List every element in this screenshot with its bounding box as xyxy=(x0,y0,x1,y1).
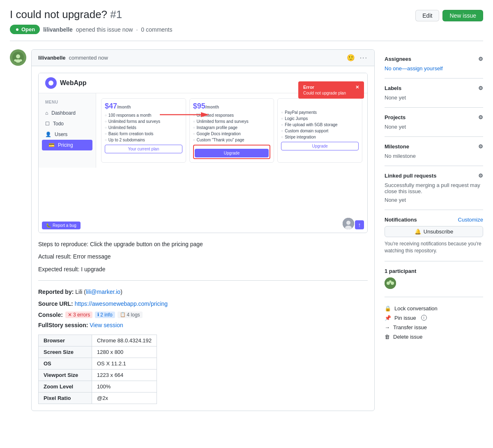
report-bug-btn[interactable]: 🐛 Report a bug xyxy=(42,222,81,229)
header-divider xyxy=(10,41,483,41)
webapp-menu-dashboard: ⌂ Dashboard xyxy=(39,108,96,118)
error-title-text: Error xyxy=(303,85,314,90)
labels-label: Labels xyxy=(385,85,401,91)
plan-3-spacer xyxy=(281,102,359,110)
linked-pr-header: Linked pull requests ⚙ xyxy=(385,173,483,179)
scroll-indicator[interactable]: ↑ xyxy=(355,220,364,229)
table-cell-label: Browser xyxy=(39,335,92,346)
transfer-issue[interactable]: → Transfer issue xyxy=(385,323,483,332)
svg-point-12 xyxy=(385,277,396,289)
plan-1-f3: Unlimited fields xyxy=(105,125,182,130)
fullstory-label: FullStory session: xyxy=(38,322,88,328)
commenter-name: lilivanbelle xyxy=(38,55,65,61)
users-icon: 👤 xyxy=(45,132,51,137)
table-cell-value: Chrome 88.0.4324.192 xyxy=(92,335,157,346)
sidebar: Assignees ⚙ No one—assign yourself Label… xyxy=(385,49,483,418)
table-cell-value: OS X 11.2.1 xyxy=(92,358,157,369)
pin-icon: 📌 xyxy=(385,315,391,321)
plan-2-upgrade-highlight: Upgrade xyxy=(193,145,271,159)
reported-label: Reported by: xyxy=(38,289,74,295)
participant-avatar-img xyxy=(385,277,396,289)
lock-label: Lock conversation xyxy=(394,305,438,312)
comment-container: lilivanbelle commented now 🙂 ··· xyxy=(31,49,375,411)
body-divider xyxy=(38,280,368,281)
x-icon: ✕ xyxy=(68,312,72,318)
labels-header: Labels ⚙ xyxy=(385,85,483,91)
plan-2-f5: Custom "Thank you" page xyxy=(193,138,271,142)
comment-header: lilivanbelle commented now 🙂 ··· xyxy=(32,50,374,66)
expected-text: Expected result: I upgrade xyxy=(38,265,368,274)
lock-conversation[interactable]: 🔒 Lock conversation xyxy=(385,304,483,313)
pricing-label: Pricing xyxy=(58,142,73,148)
users-label: Users xyxy=(55,132,67,137)
table-row: BrowserChrome 88.0.4324.192 xyxy=(39,335,157,346)
log-badge-text: 4 logs xyxy=(127,312,140,318)
table-cell-label: OS xyxy=(39,358,92,369)
milestone-value: No milestone xyxy=(385,153,483,159)
more-icon[interactable]: ··· xyxy=(360,54,368,62)
new-issue-button[interactable]: New issue xyxy=(442,10,483,21)
projects-gear[interactable]: ⚙ xyxy=(478,114,483,120)
linked-pr-section: Linked pull requests ⚙ Successfully merg… xyxy=(385,166,483,210)
projects-label: Projects xyxy=(385,114,405,120)
plan-2: $95/month Unlimited responses Unlimited … xyxy=(189,98,274,163)
view-session-link[interactable]: View session xyxy=(90,322,123,328)
linked-pr-gear[interactable]: ⚙ xyxy=(478,173,483,179)
customize-link[interactable]: Customize xyxy=(458,217,483,223)
participants-label: 1 participant xyxy=(385,268,483,274)
source-label: Source URL: xyxy=(38,300,73,307)
milestone-label: Milestone xyxy=(385,143,409,150)
projects-section: Projects ⚙ None yet xyxy=(385,108,483,137)
status-badge: Open xyxy=(10,25,40,34)
comment-time: commented now xyxy=(69,55,108,61)
issue-number: #1 xyxy=(110,8,122,21)
plan-2-f4: Google Docs integration xyxy=(193,132,271,136)
main-layout: lilivanbelle commented now 🙂 ··· xyxy=(10,49,483,418)
table-row: Screen Size1280 x 800 xyxy=(39,346,157,358)
error-modal-title: Error ✕ xyxy=(303,85,359,90)
plan-1: $47/month 100 responses a month Unlimite… xyxy=(101,98,186,163)
plan-3-f5: Stripe integration xyxy=(281,135,359,139)
pin-issue[interactable]: 📌 Pin issue i xyxy=(385,313,483,323)
error-modal: Error ✕ Could not upgrade plan xyxy=(298,81,364,99)
unsubscribe-button[interactable]: 🔔 Unsubscribe xyxy=(385,226,483,237)
assignees-value: No one—assign yourself xyxy=(385,65,483,72)
delete-issue[interactable]: 🗑 Delete issue xyxy=(385,332,483,342)
table-row: Viewport Size1223 x 664 xyxy=(39,369,157,381)
assignees-section: Assignees ⚙ No one—assign yourself xyxy=(385,49,483,79)
plan-3-upgrade-btn[interactable]: Upgrade xyxy=(281,142,359,150)
reported-email-link[interactable]: lili@marker.io xyxy=(86,289,120,295)
errors-badge-text: 3 errors xyxy=(73,312,90,318)
modal-close[interactable]: ✕ xyxy=(355,85,359,90)
assignees-gear[interactable]: ⚙ xyxy=(478,56,483,62)
issue-title: I could not upgrade? #1 xyxy=(10,8,122,21)
edit-button[interactable]: Edit xyxy=(415,10,439,21)
table-cell-value: @2x xyxy=(92,393,157,404)
labels-section: Labels ⚙ None yet xyxy=(385,79,483,108)
source-url-link[interactable]: https://awesomewebapp.com/pricing xyxy=(75,300,168,307)
log-badge: 📋 4 logs xyxy=(117,312,143,318)
info-badge-text: 2 info xyxy=(100,312,112,318)
avatar-image xyxy=(12,52,24,63)
table-row: OSOS X 11.2.1 xyxy=(39,358,157,369)
status-text: Open xyxy=(21,26,35,32)
steps-text: Steps to reproduce: Click the upgrade bu… xyxy=(38,240,368,249)
bug-icon: 🐛 xyxy=(46,223,51,228)
emoji-icon[interactable]: 🙂 xyxy=(347,54,355,62)
svg-point-5 xyxy=(16,59,21,62)
webapp-menu-label: MENU xyxy=(39,98,96,106)
console-line: Console: ✕ 3 errors ℹ 2 info 📋 xyxy=(38,312,368,318)
plan-2-upgrade-btn[interactable]: Upgrade xyxy=(195,149,269,157)
assign-yourself-link[interactable]: No one—assign yourself xyxy=(385,65,443,72)
plan-3: PayPal payments Logic Jumps File upload … xyxy=(277,98,362,163)
milestone-gear[interactable]: ⚙ xyxy=(478,143,483,150)
avatar xyxy=(10,49,26,66)
plan-3-f2: Logic Jumps xyxy=(281,116,359,121)
labels-gear[interactable]: ⚙ xyxy=(478,85,483,91)
arrow-svg xyxy=(160,110,209,120)
table-cell-label: Pixel Ratio xyxy=(39,393,92,404)
comment-header-left: lilivanbelle commented now xyxy=(38,55,108,61)
participant-avatar xyxy=(385,277,396,289)
projects-header: Projects ⚙ xyxy=(385,114,483,120)
errors-badge: ✕ 3 errors xyxy=(65,312,92,318)
